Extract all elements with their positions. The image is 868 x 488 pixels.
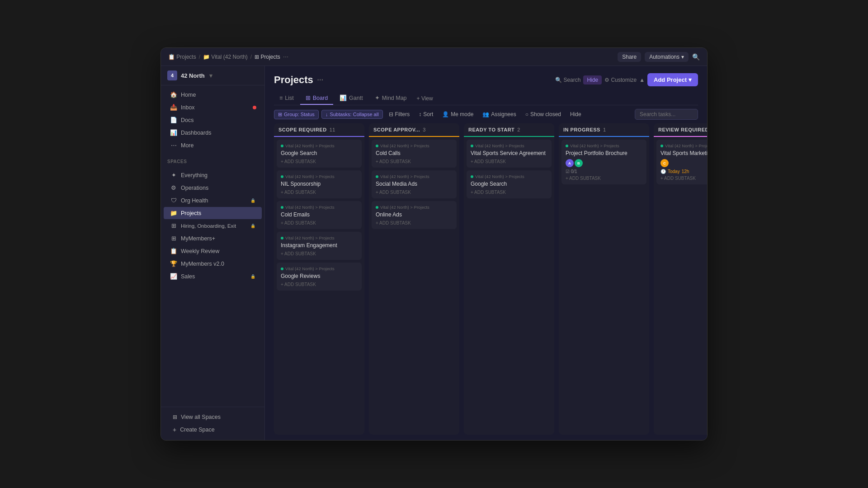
avatar: B — [575, 159, 583, 167]
hide-button[interactable]: Hide — [583, 75, 602, 84]
mymembers-v2-icon: 🏆 — [170, 260, 177, 267]
list-icon: ≡ — [279, 95, 283, 101]
share-button[interactable]: Share — [618, 52, 641, 62]
breadcrumb-projects[interactable]: 📋 Projects — [168, 54, 196, 60]
tab-gantt[interactable]: 📊 Gantt — [334, 92, 368, 105]
sidebar-item-weekly-review[interactable]: 📋 Weekly Review — [164, 245, 262, 257]
task-card[interactable]: Vital (42 North) > Projects Social Media… — [372, 170, 457, 198]
add-subtask-button[interactable]: + ADD SUBTASK — [281, 221, 358, 225]
add-subtask-button[interactable]: + ADD SUBTASK — [376, 190, 453, 195]
sidebar-item-mymembers-v2[interactable]: 🏆 MyMembers v2.0 — [164, 258, 262, 270]
sidebar-item-more[interactable]: ⋯ More — [164, 139, 262, 151]
add-subtask-button[interactable]: + ADD SUBTASK — [281, 251, 358, 256]
add-subtask-button[interactable]: + ADD SUBTASK — [281, 159, 358, 164]
column-header-review: REVIEW REQUIRED 1 — [654, 123, 707, 137]
page-title-row: Projects ⋯ 🔍 Search Hide ⚙ Customize ▲ A… — [274, 73, 698, 86]
sidebar-item-inbox[interactable]: 📥 Inbox — [164, 101, 262, 113]
customize-button[interactable]: ⚙ Customize — [604, 77, 637, 83]
sidebar-item-hiring[interactable]: ⊞ Hiring, Onboarding, Exit 🔒 — [164, 220, 262, 232]
page-title-more-icon[interactable]: ⋯ — [317, 76, 323, 84]
add-subtask-button[interactable]: + ADD SUBTASK — [376, 159, 453, 164]
task-name: Cold Calls — [376, 150, 453, 156]
add-subtask-button[interactable]: + ADD SUBTASK — [281, 282, 358, 287]
sidebar-item-mymembers[interactable]: ⊞ MyMembers+ — [164, 232, 262, 244]
task-name: Instagram Engagement — [281, 242, 358, 249]
hiring-icon: ⊞ — [170, 222, 177, 229]
search-button[interactable]: 🔍 Search — [555, 77, 580, 83]
mind-map-icon: ✦ — [375, 94, 380, 101]
clock-icon: 🕐 — [660, 169, 666, 174]
task-card[interactable]: Vital (42 North) > Projects Cold Calls +… — [372, 140, 457, 168]
breadcrumb-more-icon[interactable]: ⋯ — [283, 54, 288, 60]
me-mode-button[interactable]: 👤 Me mode — [439, 110, 476, 119]
add-subtask-button[interactable]: + ADD SUBTASK — [566, 176, 642, 181]
task-meta: Vital (42 North) > Projects — [281, 174, 358, 179]
sidebar-item-operations[interactable]: ⚙ Operations — [164, 182, 262, 194]
sidebar-item-label: Sales — [181, 273, 195, 280]
column-header-scope-approval: SCOPE APPROV... 3 — [369, 123, 459, 137]
search-tasks-input[interactable] — [635, 109, 698, 120]
add-project-button[interactable]: Add Project ▾ — [647, 73, 698, 86]
task-card[interactable]: Vital (42 North) > Projects NIL Sponsors… — [277, 170, 362, 198]
add-subtask-button[interactable]: + ADD SUBTASK — [660, 176, 707, 181]
toolbar-right — [635, 109, 698, 120]
hide-toolbar-button[interactable]: Hide — [567, 110, 585, 119]
sidebar-item-label: Hiring, Onboarding, Exit — [181, 223, 236, 229]
sidebar-item-label: Org Health — [181, 197, 208, 204]
task-card[interactable]: Vital (42 North) > Projects Project Port… — [561, 140, 646, 184]
task-card[interactable]: Vital (42 North) > Projects Google Searc… — [277, 140, 362, 168]
spaces-nav: ✦ Everything ⚙ Operations 🛡 Org Health 🔒… — [161, 166, 264, 286]
sidebar-item-home[interactable]: 🏠 Home — [164, 89, 262, 101]
assignees-button[interactable]: 👥 Assignees — [479, 110, 519, 119]
add-subtask-button[interactable]: + ADD SUBTASK — [471, 159, 547, 164]
add-view-button[interactable]: + View — [413, 93, 437, 104]
column-body-ready: Vital (42 North) > Projects Vital Sports… — [464, 137, 554, 435]
task-card[interactable]: Vital (42 North) > Projects Google Revie… — [277, 263, 362, 291]
show-closed-button[interactable]: ○ Show closed — [522, 110, 564, 119]
workspace-icon: 4 — [167, 70, 177, 80]
task-card[interactable]: Vital (42 North) > Projects Vital Sports… — [656, 140, 707, 184]
automations-button[interactable]: Automations ▾ — [645, 52, 689, 62]
tab-list[interactable]: ≡ List — [274, 92, 299, 105]
view-all-spaces-button[interactable]: ⊞ View all Spaces — [166, 411, 259, 423]
sidebar-item-everything[interactable]: ✦ Everything — [164, 169, 262, 181]
sidebar-item-projects[interactable]: 📁 Projects — [164, 207, 262, 219]
sidebar-item-dashboards[interactable]: 📊 Dashboards — [164, 127, 262, 139]
subtasks-filter[interactable]: ↓ Subtasks: Collapse all — [321, 110, 383, 119]
add-subtask-button[interactable]: + ADD SUBTASK — [376, 221, 453, 225]
group-status-filter[interactable]: ⊞ Group: Status — [274, 110, 319, 119]
sidebar-item-org-health[interactable]: 🛡 Org Health 🔒 — [164, 194, 262, 206]
task-card[interactable]: Vital (42 North) > Projects Instagram En… — [277, 232, 362, 260]
lock-icon: 🔒 — [250, 224, 255, 228]
subtask-count: ☑ 0/1 — [566, 169, 642, 174]
sidebar-item-docs[interactable]: 📄 Docs — [164, 114, 262, 126]
sidebar-item-label: Docs — [181, 117, 193, 123]
task-card[interactable]: Vital (42 North) > Projects Vital Sports… — [467, 140, 552, 168]
sidebar-item-sales[interactable]: 📈 Sales 🔒 — [164, 270, 262, 282]
sort-button[interactable]: ↕ Sort — [415, 110, 436, 119]
breadcrumb-vital[interactable]: 📁 Vital (42 North) — [203, 54, 248, 60]
add-subtask-button[interactable]: + ADD SUBTASK — [471, 190, 547, 195]
tab-mind-map[interactable]: ✦ Mind Map — [369, 92, 412, 105]
column-review-required: REVIEW REQUIRED 1 Vital (42 North) > Pro… — [654, 123, 707, 435]
search-icon[interactable]: 🔍 — [692, 53, 700, 61]
task-name: Vital Sports Marketing Plan — [660, 150, 707, 156]
task-name: Project Portfolio Brochure — [566, 150, 642, 156]
docs-icon: 📄 — [170, 117, 177, 123]
tab-board[interactable]: ⊞ Board — [300, 92, 333, 105]
sales-icon: 📈 — [170, 273, 177, 280]
task-card[interactable]: Vital (42 North) > Projects Cold Emails … — [277, 201, 362, 229]
column-ready-to-start: READY TO START 2 Vital (42 North) > Proj… — [464, 123, 554, 435]
sidebar: 4 42 North ▾ 🏠 Home 📥 Inbox 📄 Docs — [161, 66, 265, 440]
filters-button[interactable]: ⊟ Filters — [386, 110, 413, 119]
task-card[interactable]: Vital (42 North) > Projects Online Ads +… — [372, 201, 457, 229]
page-title: Projects ⋯ — [274, 74, 323, 86]
task-card[interactable]: Vital (42 North) > Projects Google Searc… — [467, 170, 552, 198]
add-subtask-button[interactable]: + ADD SUBTASK — [281, 190, 358, 195]
create-space-button[interactable]: + Create Space — [166, 423, 259, 436]
collapse-icon[interactable]: ▲ — [639, 77, 645, 83]
workspace-header[interactable]: 4 42 North ▾ — [161, 66, 264, 85]
column-header-scope-required: SCOPE REQUIRED 11 — [274, 123, 364, 137]
task-meta: Vital (42 North) > Projects — [660, 143, 707, 148]
inbox-icon: 📥 — [170, 104, 177, 111]
